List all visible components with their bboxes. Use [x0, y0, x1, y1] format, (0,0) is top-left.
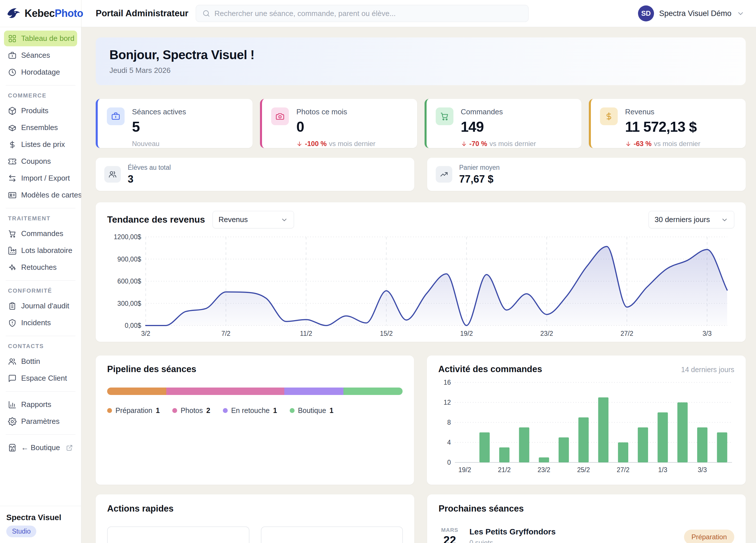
pipeline-bar [107, 388, 403, 395]
revenue-trend-card: Tendance des revenus Revenus 30 derniers… [96, 202, 746, 342]
owl-logo-icon [6, 6, 21, 21]
factory-icon [8, 246, 17, 255]
nav-divider [6, 336, 75, 336]
store-link-label: ← Boutique [21, 443, 60, 452]
status-badge: Préparation [684, 530, 734, 543]
session-date: MARS 22 [439, 527, 461, 543]
sidebar-item-boutique[interactable]: ← Boutique [4, 440, 77, 456]
substat-card--l-ves-au-total: Élèves au total 3 [96, 158, 414, 191]
stat-card-photos-ce-mois: Photos ce mois 0 -100 %vs mois dernier [260, 99, 417, 148]
sidebar-item-journal-d-audit[interactable]: Journal d'audit [4, 298, 77, 314]
sidebar-nav: Tableau de bordSéancesHorodatageCOMMERCE… [0, 27, 81, 506]
pipeline-segment-pr-paration [107, 388, 166, 395]
stats-row: Séances actives 5 Nouveau Photos ce mois… [96, 99, 746, 148]
sidebar-item-retouches[interactable]: Retouches [4, 259, 77, 275]
user-name: Spectra Visuel Démo [659, 9, 731, 18]
stat-label: Séances actives [132, 107, 186, 116]
sidebar-item-label: Modèles de cartes [21, 191, 81, 199]
sidebar-item-s-ances[interactable]: Séances [4, 47, 77, 63]
ticket-icon [8, 157, 17, 166]
upcoming-sessions-list: MARS 22 Les Petits Gryffondors 0 sujets … [439, 527, 734, 543]
briefcase-icon [107, 107, 125, 125]
sidebar: KebecPhoto Tableau de bordSéancesHorodat… [0, 0, 81, 543]
metric-select-value: Revenus [219, 215, 248, 224]
sidebar-item-ensembles[interactable]: Ensembles [4, 120, 77, 135]
svg-text:600,00$: 600,00$ [117, 278, 141, 285]
briefcase-icon [8, 51, 17, 60]
action-voir-les-commandes[interactable]: Voir les commandes [261, 526, 403, 543]
svg-text:27/2: 27/2 [621, 330, 633, 337]
sidebar-item-produits[interactable]: Produits [4, 103, 77, 119]
pipeline-legend-item: Boutique1 [290, 406, 334, 415]
sidebar-item-label: Import / Export [21, 174, 70, 183]
sidebar-item-espace-client[interactable]: Espace Client [4, 370, 77, 386]
range-select[interactable]: 30 derniers jours [649, 211, 734, 228]
svg-text:8: 8 [447, 419, 451, 426]
pipeline-legend-item: Préparation1 [107, 406, 160, 415]
nav-divider [6, 208, 75, 208]
settings-icon [8, 417, 17, 426]
revenue-trend-title: Tendance des revenus [107, 214, 205, 225]
sidebar-item-label: Commandes [21, 229, 63, 238]
camera-icon [271, 107, 289, 125]
sidebar-item-mod-les-de-cartes[interactable]: Modèles de cartes [4, 187, 77, 203]
sidebar-item-label: Coupons [21, 157, 51, 166]
quick-actions-card: Actions rapides Nouvelle séance Voir les… [96, 494, 414, 543]
upcoming-sessions-title: Prochaines séances [439, 504, 734, 514]
message-icon [8, 374, 17, 383]
sidebar-item-label: Retouches [21, 263, 57, 272]
sidebar-item-rapports[interactable]: Rapports [4, 397, 77, 412]
dollar-icon [600, 107, 618, 125]
studio-name: Spectra Visuel [6, 513, 75, 522]
svg-text:19/2: 19/2 [458, 466, 471, 474]
stat-label: Revenus [625, 107, 700, 116]
svg-text:11/2: 11/2 [300, 330, 312, 337]
legend-label: Préparation [115, 406, 152, 415]
bar-chart-icon [8, 400, 17, 409]
arrow-down-icon [461, 141, 467, 147]
metric-select[interactable]: Revenus [213, 211, 294, 228]
sidebar-item-param-tres[interactable]: Paramètres [4, 414, 77, 429]
stat-value: 149 [461, 119, 536, 135]
sidebar-item-listes-de-prix[interactable]: Listes de prix [4, 137, 77, 152]
svg-text:23/2: 23/2 [537, 466, 550, 474]
nav-section-label: CONFORMITÉ [8, 288, 73, 294]
global-search[interactable] [196, 5, 529, 22]
substat-label: Élèves au total [128, 164, 171, 171]
sidebar-item-import-export[interactable]: Import / Export [4, 170, 77, 186]
sidebar-item-commandes[interactable]: Commandes [4, 226, 77, 241]
sidebar-item-bottin[interactable]: Bottin [4, 354, 77, 369]
sidebar-item-label: Incidents [21, 318, 51, 327]
stat-label: Commandes [461, 107, 536, 116]
sidebar-item-horodatage[interactable]: Horodatage [4, 64, 77, 80]
sidebar-item-label: Bottin [21, 357, 40, 366]
id-card-icon [8, 191, 17, 199]
brand-logo[interactable]: KebecPhoto [0, 0, 81, 27]
svg-text:19/2: 19/2 [460, 330, 473, 337]
shield-alert-icon [8, 319, 17, 327]
svg-text:21/2: 21/2 [498, 466, 511, 474]
stat-delta: -70 % [469, 140, 487, 148]
user-menu[interactable]: SD Spectra Visuel Démo [638, 5, 745, 21]
action-nouvelle-s-ance[interactable]: Nouvelle séance [107, 526, 249, 543]
search-input[interactable] [214, 9, 522, 18]
legend-label: Boutique [298, 406, 326, 415]
sidebar-item-lots-laboratoire[interactable]: Lots laboratoire [4, 243, 77, 258]
svg-text:4: 4 [447, 439, 451, 446]
orders-activity-title: Activité des commandes [438, 364, 542, 374]
external-link-icon [66, 444, 73, 452]
sidebar-item-label: Ensembles [21, 123, 58, 132]
sidebar-item-label: Lots laboratoire [21, 246, 72, 255]
sidebar-item-incidents[interactable]: Incidents [4, 315, 77, 331]
revenue-line-chart: 0,00$300,00$600,00$900,00$1200,00$3/27/2… [107, 233, 734, 339]
svg-text:15/2: 15/2 [380, 330, 393, 337]
sidebar-item-coupons[interactable]: Coupons [4, 153, 77, 169]
upcoming-session-item[interactable]: MARS 22 Les Petits Gryffondors 0 sujets … [439, 527, 734, 543]
main-content: Bonjour, Spectra Visuel ! Jeudi 5 Mars 2… [81, 27, 756, 543]
sidebar-item-tableau-de-bord[interactable]: Tableau de bord [4, 31, 77, 46]
pipeline-card: Pipeline des séances Préparation1Photos2… [96, 356, 414, 485]
pipeline-segment-boutique [343, 388, 403, 395]
top-header: Portail Administrateur SD Spectra Visuel… [81, 0, 756, 27]
svg-text:7/2: 7/2 [221, 330, 231, 337]
stat-card-commandes: Commandes 149 -70 %vs mois dernier [425, 99, 581, 148]
